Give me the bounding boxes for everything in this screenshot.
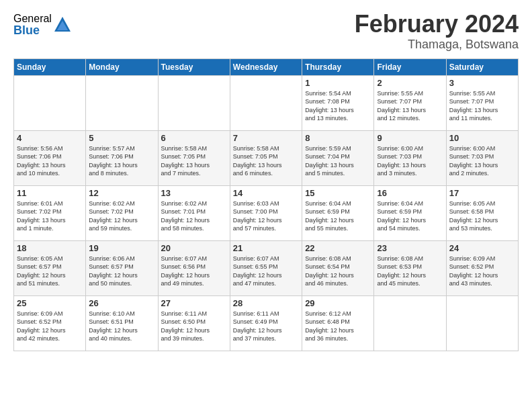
page: General Blue February 2024 Thamaga, Bots… bbox=[0, 0, 532, 358]
location-title: Thamaga, Botswana bbox=[355, 38, 519, 52]
day-number: 18 bbox=[17, 243, 83, 253]
calendar-cell: 28Sunrise: 6:11 AM Sunset: 6:49 PM Dayli… bbox=[230, 295, 302, 351]
calendar-week-row: 11Sunrise: 6:01 AM Sunset: 7:02 PM Dayli… bbox=[14, 185, 519, 240]
day-number: 14 bbox=[233, 188, 299, 198]
day-info: Sunrise: 6:04 AM Sunset: 6:59 PM Dayligh… bbox=[377, 199, 443, 233]
calendar-cell: 24Sunrise: 6:09 AM Sunset: 6:52 PM Dayli… bbox=[446, 240, 518, 295]
day-info: Sunrise: 6:08 AM Sunset: 6:54 PM Dayligh… bbox=[305, 255, 371, 288]
calendar-cell: 7Sunrise: 5:58 AM Sunset: 7:05 PM Daylig… bbox=[230, 130, 302, 185]
calendar-cell bbox=[374, 295, 446, 351]
day-info: Sunrise: 5:55 AM Sunset: 7:07 PM Dayligh… bbox=[377, 89, 443, 123]
day-info: Sunrise: 5:55 AM Sunset: 7:07 PM Dayligh… bbox=[449, 89, 515, 123]
calendar-cell: 25Sunrise: 6:09 AM Sunset: 6:52 PM Dayli… bbox=[14, 295, 86, 351]
logo-text: General Blue bbox=[13, 13, 52, 36]
calendar-cell: 3Sunrise: 5:55 AM Sunset: 7:07 PM Daylig… bbox=[446, 75, 518, 130]
day-info: Sunrise: 6:03 AM Sunset: 7:00 PM Dayligh… bbox=[233, 199, 299, 233]
day-info: Sunrise: 5:54 AM Sunset: 7:08 PM Dayligh… bbox=[305, 89, 371, 123]
day-number: 13 bbox=[161, 188, 227, 198]
day-info: Sunrise: 6:11 AM Sunset: 6:49 PM Dayligh… bbox=[233, 310, 299, 343]
day-info: Sunrise: 6:10 AM Sunset: 6:51 PM Dayligh… bbox=[89, 310, 154, 343]
day-number: 28 bbox=[233, 298, 299, 308]
day-info: Sunrise: 6:08 AM Sunset: 6:53 PM Dayligh… bbox=[377, 255, 443, 288]
title-section: February 2024 Thamaga, Botswana bbox=[355, 11, 519, 52]
weekday-header: Friday bbox=[374, 58, 446, 75]
day-number: 19 bbox=[89, 243, 154, 253]
calendar-cell: 5Sunrise: 5:57 AM Sunset: 7:06 PM Daylig… bbox=[86, 130, 158, 185]
calendar-cell: 21Sunrise: 6:07 AM Sunset: 6:55 PM Dayli… bbox=[230, 240, 302, 295]
calendar-cell: 10Sunrise: 6:00 AM Sunset: 7:03 PM Dayli… bbox=[446, 130, 518, 185]
day-info: Sunrise: 6:00 AM Sunset: 7:03 PM Dayligh… bbox=[449, 144, 515, 178]
logo-general: General bbox=[13, 13, 52, 24]
day-info: Sunrise: 6:11 AM Sunset: 6:50 PM Dayligh… bbox=[161, 310, 227, 343]
day-info: Sunrise: 6:05 AM Sunset: 6:58 PM Dayligh… bbox=[449, 199, 515, 233]
calendar-cell: 18Sunrise: 6:05 AM Sunset: 6:57 PM Dayli… bbox=[14, 240, 86, 295]
day-number: 17 bbox=[449, 188, 515, 198]
day-number: 12 bbox=[89, 188, 154, 198]
day-info: Sunrise: 5:57 AM Sunset: 7:06 PM Dayligh… bbox=[89, 144, 154, 178]
weekday-header: Thursday bbox=[302, 58, 374, 75]
day-info: Sunrise: 6:12 AM Sunset: 6:48 PM Dayligh… bbox=[305, 310, 371, 343]
calendar-week-row: 18Sunrise: 6:05 AM Sunset: 6:57 PM Dayli… bbox=[14, 240, 519, 295]
calendar-cell: 2Sunrise: 5:55 AM Sunset: 7:07 PM Daylig… bbox=[374, 75, 446, 130]
day-info: Sunrise: 6:02 AM Sunset: 7:02 PM Dayligh… bbox=[89, 199, 154, 233]
day-info: Sunrise: 6:00 AM Sunset: 7:03 PM Dayligh… bbox=[377, 144, 443, 178]
calendar-cell: 22Sunrise: 6:08 AM Sunset: 6:54 PM Dayli… bbox=[302, 240, 374, 295]
day-number: 6 bbox=[161, 133, 227, 143]
calendar-cell: 9Sunrise: 6:00 AM Sunset: 7:03 PM Daylig… bbox=[374, 130, 446, 185]
day-number: 2 bbox=[377, 78, 443, 88]
weekday-header: Saturday bbox=[446, 58, 518, 75]
weekday-header: Sunday bbox=[14, 58, 86, 75]
day-info: Sunrise: 6:07 AM Sunset: 6:56 PM Dayligh… bbox=[161, 255, 227, 288]
calendar-cell: 26Sunrise: 6:10 AM Sunset: 6:51 PM Dayli… bbox=[86, 295, 158, 351]
day-number: 29 bbox=[305, 298, 371, 308]
day-info: Sunrise: 6:07 AM Sunset: 6:55 PM Dayligh… bbox=[233, 255, 299, 288]
month-title: February 2024 bbox=[355, 11, 519, 38]
calendar-cell: 13Sunrise: 6:02 AM Sunset: 7:01 PM Dayli… bbox=[158, 185, 230, 240]
day-number: 23 bbox=[377, 243, 443, 253]
calendar-cell: 12Sunrise: 6:02 AM Sunset: 7:02 PM Dayli… bbox=[86, 185, 158, 240]
calendar-cell: 29Sunrise: 6:12 AM Sunset: 6:48 PM Dayli… bbox=[302, 295, 374, 351]
day-info: Sunrise: 5:59 AM Sunset: 7:04 PM Dayligh… bbox=[305, 144, 371, 178]
calendar-cell: 19Sunrise: 6:06 AM Sunset: 6:57 PM Dayli… bbox=[86, 240, 158, 295]
weekday-header-row: SundayMondayTuesdayWednesdayThursdayFrid… bbox=[14, 58, 519, 75]
day-info: Sunrise: 6:02 AM Sunset: 7:01 PM Dayligh… bbox=[161, 199, 227, 233]
calendar-cell: 23Sunrise: 6:08 AM Sunset: 6:53 PM Dayli… bbox=[374, 240, 446, 295]
day-info: Sunrise: 5:58 AM Sunset: 7:05 PM Dayligh… bbox=[233, 144, 299, 178]
day-number: 20 bbox=[161, 243, 227, 253]
calendar-cell bbox=[14, 75, 86, 130]
day-number: 4 bbox=[17, 133, 83, 143]
day-info: Sunrise: 5:58 AM Sunset: 7:05 PM Dayligh… bbox=[161, 144, 227, 178]
day-number: 21 bbox=[233, 243, 299, 253]
day-number: 7 bbox=[233, 133, 299, 143]
weekday-header: Tuesday bbox=[158, 58, 230, 75]
day-number: 25 bbox=[17, 298, 83, 308]
calendar-cell: 14Sunrise: 6:03 AM Sunset: 7:00 PM Dayli… bbox=[230, 185, 302, 240]
day-number: 26 bbox=[89, 298, 154, 308]
day-number: 5 bbox=[89, 133, 154, 143]
day-number: 9 bbox=[377, 133, 443, 143]
calendar-cell: 16Sunrise: 6:04 AM Sunset: 6:59 PM Dayli… bbox=[374, 185, 446, 240]
day-info: Sunrise: 6:05 AM Sunset: 6:57 PM Dayligh… bbox=[17, 255, 83, 288]
header-section: General Blue February 2024 Thamaga, Bots… bbox=[13, 11, 519, 52]
calendar-cell: 4Sunrise: 5:56 AM Sunset: 7:06 PM Daylig… bbox=[14, 130, 86, 185]
calendar-cell: 11Sunrise: 6:01 AM Sunset: 7:02 PM Dayli… bbox=[14, 185, 86, 240]
calendar-cell bbox=[230, 75, 302, 130]
day-number: 24 bbox=[449, 243, 515, 253]
day-number: 15 bbox=[305, 188, 371, 198]
calendar-week-row: 1Sunrise: 5:54 AM Sunset: 7:08 PM Daylig… bbox=[14, 75, 519, 130]
day-info: Sunrise: 6:09 AM Sunset: 6:52 PM Dayligh… bbox=[449, 255, 515, 288]
day-number: 27 bbox=[161, 298, 227, 308]
day-number: 16 bbox=[377, 188, 443, 198]
day-number: 22 bbox=[305, 243, 371, 253]
day-info: Sunrise: 6:06 AM Sunset: 6:57 PM Dayligh… bbox=[89, 255, 154, 288]
day-number: 11 bbox=[17, 188, 83, 198]
calendar-cell: 15Sunrise: 6:04 AM Sunset: 6:59 PM Dayli… bbox=[302, 185, 374, 240]
logo-blue: Blue bbox=[13, 24, 52, 36]
calendar-cell bbox=[158, 75, 230, 130]
calendar-cell bbox=[86, 75, 158, 130]
calendar-week-row: 4Sunrise: 5:56 AM Sunset: 7:06 PM Daylig… bbox=[14, 130, 519, 185]
day-info: Sunrise: 6:01 AM Sunset: 7:02 PM Dayligh… bbox=[17, 199, 83, 233]
logo-icon bbox=[53, 15, 72, 34]
day-number: 10 bbox=[449, 133, 515, 143]
day-info: Sunrise: 6:09 AM Sunset: 6:52 PM Dayligh… bbox=[17, 310, 83, 343]
